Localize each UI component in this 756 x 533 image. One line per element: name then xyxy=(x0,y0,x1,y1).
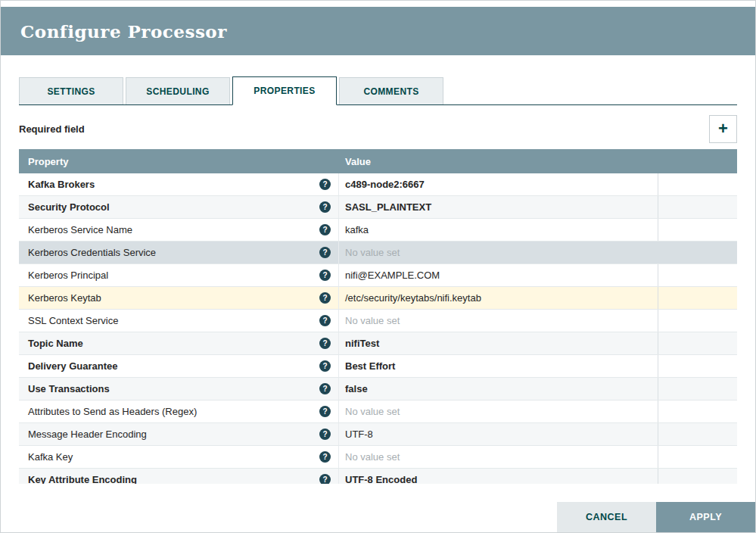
property-name: SSL Context Service xyxy=(28,315,118,326)
property-value: No value set xyxy=(345,451,400,463)
value-cell[interactable]: Best Effort xyxy=(339,355,658,377)
help-icon[interactable]: ? xyxy=(319,474,331,484)
value-cell[interactable]: c489-node2:6667 xyxy=(339,173,658,195)
footer-buttons: CANCEL APPLY xyxy=(557,502,755,532)
properties-table: Property Value Kafka Brokers ? c489-node… xyxy=(19,149,737,484)
property-value: No value set xyxy=(345,315,400,326)
table-row[interactable]: Kerberos Service Name ? kafka xyxy=(19,219,737,242)
property-cell: Kafka Key ? xyxy=(19,446,339,468)
value-cell[interactable]: nifi@EXAMPLE.COM xyxy=(339,264,658,286)
extra-cell xyxy=(658,173,737,195)
table-row[interactable]: Kerberos Keytab ? /etc/security/keytabs/… xyxy=(19,287,737,310)
table-row[interactable]: Kerberos Principal ? nifi@EXAMPLE.COM xyxy=(19,264,737,287)
extra-cell xyxy=(658,219,737,241)
tab-settings[interactable]: SETTINGS xyxy=(19,77,123,104)
table-row[interactable]: SSL Context Service ? No value set xyxy=(19,310,737,332)
help-icon[interactable]: ? xyxy=(319,360,331,372)
value-cell[interactable]: /etc/security/keytabs/nifi.keytab xyxy=(339,287,658,309)
properties-table-body: Kafka Brokers ? c489-node2:6667 Security… xyxy=(19,173,737,484)
tab-scheduling[interactable]: SCHEDULING xyxy=(126,77,230,104)
table-row[interactable]: Use Transactions ? false xyxy=(19,378,737,401)
value-cell[interactable]: No value set xyxy=(339,310,658,332)
help-icon[interactable]: ? xyxy=(319,179,331,190)
property-name: Kerberos Principal xyxy=(28,270,108,281)
table-row[interactable]: Delivery Guarantee ? Best Effort xyxy=(19,355,737,378)
value-cell[interactable]: UTF-8 xyxy=(339,423,658,445)
property-name: Message Header Encoding xyxy=(28,429,147,440)
extra-cell xyxy=(658,196,737,218)
help-icon[interactable]: ? xyxy=(319,247,331,258)
property-value: kafka xyxy=(345,224,369,235)
property-cell: Delivery Guarantee ? xyxy=(19,355,339,377)
help-icon[interactable]: ? xyxy=(319,383,331,394)
table-row[interactable]: Kerberos Credentials Service ? No value … xyxy=(19,242,737,264)
required-field-label: Required field xyxy=(19,123,85,135)
table-row[interactable]: Security Protocol ? SASL_PLAINTEXT xyxy=(19,196,737,219)
help-icon[interactable]: ? xyxy=(319,224,331,235)
add-property-button[interactable]: + xyxy=(709,115,737,143)
help-icon[interactable]: ? xyxy=(319,406,331,417)
extra-cell xyxy=(658,401,737,422)
property-cell: Kerberos Service Name ? xyxy=(19,219,339,241)
property-name: Kafka Key xyxy=(28,451,73,463)
tab-bar: SETTINGSSCHEDULINGPROPERTIESCOMMENTS xyxy=(19,76,737,105)
tab-properties[interactable]: PROPERTIES xyxy=(232,76,337,105)
value-cell[interactable]: SASL_PLAINTEXT xyxy=(339,196,658,218)
extra-cell xyxy=(658,332,737,354)
value-cell[interactable]: nifiTest xyxy=(339,332,658,354)
value-cell[interactable]: UTF-8 Encoded xyxy=(339,469,658,484)
property-value: false xyxy=(345,383,368,394)
property-cell: Kerberos Keytab ? xyxy=(19,287,339,309)
property-cell: Kerberos Principal ? xyxy=(19,264,339,286)
help-icon[interactable]: ? xyxy=(319,270,331,281)
help-icon[interactable]: ? xyxy=(319,292,331,304)
extra-cell xyxy=(658,242,737,263)
help-icon[interactable]: ? xyxy=(319,201,331,213)
value-cell[interactable]: No value set xyxy=(339,401,658,422)
property-value: Best Effort xyxy=(345,360,395,372)
help-icon[interactable]: ? xyxy=(319,451,331,463)
property-name: Key Attribute Encoding xyxy=(28,474,137,484)
help-icon[interactable]: ? xyxy=(319,338,331,349)
apply-button[interactable]: APPLY xyxy=(656,502,755,532)
extra-cell xyxy=(658,423,737,445)
table-row[interactable]: Kafka Key ? No value set xyxy=(19,446,737,469)
extra-cell xyxy=(658,378,737,400)
property-cell: Key Attribute Encoding ? xyxy=(19,469,339,484)
property-name: Attributes to Send as Headers (Regex) xyxy=(28,406,197,417)
extra-cell xyxy=(658,446,737,468)
extra-cell xyxy=(658,287,737,309)
property-cell: Security Protocol ? xyxy=(19,196,339,218)
table-header: Property Value xyxy=(19,149,737,173)
table-row[interactable]: Topic Name ? nifiTest xyxy=(19,332,737,355)
help-icon[interactable]: ? xyxy=(319,315,331,326)
property-value: SASL_PLAINTEXT xyxy=(345,201,431,213)
table-row[interactable]: Kafka Brokers ? c489-node2:6667 xyxy=(19,173,737,196)
property-value: nifiTest xyxy=(345,338,379,349)
table-row[interactable]: Message Header Encoding ? UTF-8 xyxy=(19,423,737,446)
property-name: Topic Name xyxy=(28,338,83,349)
property-value: No value set xyxy=(345,247,400,258)
value-cell[interactable]: kafka xyxy=(339,219,658,241)
extra-cell xyxy=(658,310,737,332)
value-cell[interactable]: No value set xyxy=(339,446,658,468)
property-name: Kerberos Keytab xyxy=(28,292,101,304)
property-name: Kerberos Credentials Service xyxy=(28,247,156,258)
column-header-property: Property xyxy=(19,156,339,167)
cancel-button[interactable]: CANCEL xyxy=(557,502,656,532)
property-cell: Use Transactions ? xyxy=(19,378,339,400)
property-cell: Attributes to Send as Headers (Regex) ? xyxy=(19,401,339,422)
property-value: UTF-8 xyxy=(345,429,373,440)
property-name: Kafka Brokers xyxy=(28,179,95,190)
column-header-value: Value xyxy=(339,156,658,167)
required-field-row: Required field + xyxy=(19,114,737,143)
property-name: Use Transactions xyxy=(28,383,110,394)
table-row[interactable]: Key Attribute Encoding ? UTF-8 Encoded xyxy=(19,469,737,484)
tabs-area: SETTINGSSCHEDULINGPROPERTIESCOMMENTS xyxy=(19,76,737,105)
value-cell[interactable]: No value set xyxy=(339,242,658,263)
dialog-title: Configure Processor xyxy=(20,21,227,42)
tab-comments[interactable]: COMMENTS xyxy=(339,77,443,104)
help-icon[interactable]: ? xyxy=(319,429,331,440)
value-cell[interactable]: false xyxy=(339,378,658,400)
table-row[interactable]: Attributes to Send as Headers (Regex) ? … xyxy=(19,401,737,423)
